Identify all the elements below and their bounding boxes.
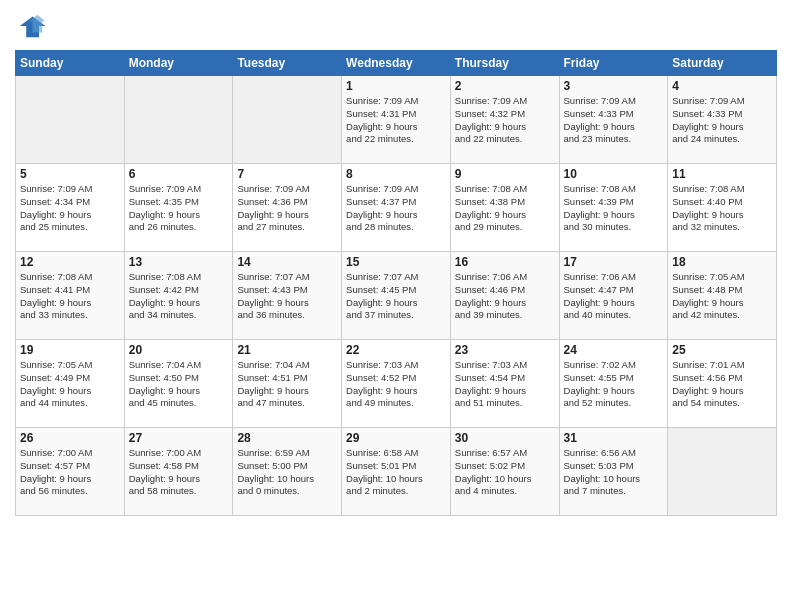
day-number: 24	[564, 343, 664, 357]
calendar-cell: 3Sunrise: 7:09 AM Sunset: 4:33 PM Daylig…	[559, 76, 668, 164]
cell-content: Sunrise: 7:09 AM Sunset: 4:37 PM Dayligh…	[346, 183, 446, 234]
calendar-cell: 30Sunrise: 6:57 AM Sunset: 5:02 PM Dayli…	[450, 428, 559, 516]
cell-content: Sunrise: 7:02 AM Sunset: 4:55 PM Dayligh…	[564, 359, 664, 410]
calendar-week-row: 19Sunrise: 7:05 AM Sunset: 4:49 PM Dayli…	[16, 340, 777, 428]
cell-content: Sunrise: 7:04 AM Sunset: 4:50 PM Dayligh…	[129, 359, 229, 410]
day-number: 21	[237, 343, 337, 357]
day-number: 17	[564, 255, 664, 269]
calendar-cell: 25Sunrise: 7:01 AM Sunset: 4:56 PM Dayli…	[668, 340, 777, 428]
cell-content: Sunrise: 7:09 AM Sunset: 4:33 PM Dayligh…	[564, 95, 664, 146]
day-number: 26	[20, 431, 120, 445]
weekday-header: Thursday	[450, 51, 559, 76]
cell-content: Sunrise: 7:05 AM Sunset: 4:49 PM Dayligh…	[20, 359, 120, 410]
calendar: SundayMondayTuesdayWednesdayThursdayFrid…	[15, 50, 777, 516]
calendar-cell: 7Sunrise: 7:09 AM Sunset: 4:36 PM Daylig…	[233, 164, 342, 252]
cell-content: Sunrise: 7:09 AM Sunset: 4:31 PM Dayligh…	[346, 95, 446, 146]
calendar-cell: 31Sunrise: 6:56 AM Sunset: 5:03 PM Dayli…	[559, 428, 668, 516]
day-number: 19	[20, 343, 120, 357]
calendar-cell: 24Sunrise: 7:02 AM Sunset: 4:55 PM Dayli…	[559, 340, 668, 428]
calendar-cell: 1Sunrise: 7:09 AM Sunset: 4:31 PM Daylig…	[342, 76, 451, 164]
cell-content: Sunrise: 7:09 AM Sunset: 4:35 PM Dayligh…	[129, 183, 229, 234]
cell-content: Sunrise: 7:06 AM Sunset: 4:47 PM Dayligh…	[564, 271, 664, 322]
day-number: 20	[129, 343, 229, 357]
day-number: 29	[346, 431, 446, 445]
calendar-cell: 13Sunrise: 7:08 AM Sunset: 4:42 PM Dayli…	[124, 252, 233, 340]
cell-content: Sunrise: 7:00 AM Sunset: 4:58 PM Dayligh…	[129, 447, 229, 498]
calendar-cell: 6Sunrise: 7:09 AM Sunset: 4:35 PM Daylig…	[124, 164, 233, 252]
calendar-cell: 21Sunrise: 7:04 AM Sunset: 4:51 PM Dayli…	[233, 340, 342, 428]
day-number: 4	[672, 79, 772, 93]
weekday-header: Monday	[124, 51, 233, 76]
day-number: 15	[346, 255, 446, 269]
cell-content: Sunrise: 7:08 AM Sunset: 4:42 PM Dayligh…	[129, 271, 229, 322]
calendar-cell: 23Sunrise: 7:03 AM Sunset: 4:54 PM Dayli…	[450, 340, 559, 428]
cell-content: Sunrise: 7:08 AM Sunset: 4:41 PM Dayligh…	[20, 271, 120, 322]
calendar-cell	[668, 428, 777, 516]
day-number: 14	[237, 255, 337, 269]
day-number: 11	[672, 167, 772, 181]
calendar-cell	[233, 76, 342, 164]
calendar-week-row: 1Sunrise: 7:09 AM Sunset: 4:31 PM Daylig…	[16, 76, 777, 164]
calendar-cell	[16, 76, 125, 164]
cell-content: Sunrise: 7:04 AM Sunset: 4:51 PM Dayligh…	[237, 359, 337, 410]
day-number: 5	[20, 167, 120, 181]
cell-content: Sunrise: 6:56 AM Sunset: 5:03 PM Dayligh…	[564, 447, 664, 498]
day-number: 28	[237, 431, 337, 445]
weekday-header: Tuesday	[233, 51, 342, 76]
cell-content: Sunrise: 7:01 AM Sunset: 4:56 PM Dayligh…	[672, 359, 772, 410]
calendar-cell: 22Sunrise: 7:03 AM Sunset: 4:52 PM Dayli…	[342, 340, 451, 428]
calendar-cell: 10Sunrise: 7:08 AM Sunset: 4:39 PM Dayli…	[559, 164, 668, 252]
cell-content: Sunrise: 7:00 AM Sunset: 4:57 PM Dayligh…	[20, 447, 120, 498]
day-number: 3	[564, 79, 664, 93]
calendar-cell: 28Sunrise: 6:59 AM Sunset: 5:00 PM Dayli…	[233, 428, 342, 516]
day-number: 25	[672, 343, 772, 357]
weekday-header: Friday	[559, 51, 668, 76]
day-number: 8	[346, 167, 446, 181]
calendar-cell: 9Sunrise: 7:08 AM Sunset: 4:38 PM Daylig…	[450, 164, 559, 252]
day-number: 31	[564, 431, 664, 445]
cell-content: Sunrise: 7:09 AM Sunset: 4:32 PM Dayligh…	[455, 95, 555, 146]
day-number: 27	[129, 431, 229, 445]
day-number: 16	[455, 255, 555, 269]
calendar-cell: 16Sunrise: 7:06 AM Sunset: 4:46 PM Dayli…	[450, 252, 559, 340]
day-number: 1	[346, 79, 446, 93]
cell-content: Sunrise: 7:09 AM Sunset: 4:34 PM Dayligh…	[20, 183, 120, 234]
cell-content: Sunrise: 6:59 AM Sunset: 5:00 PM Dayligh…	[237, 447, 337, 498]
day-number: 2	[455, 79, 555, 93]
calendar-cell: 5Sunrise: 7:09 AM Sunset: 4:34 PM Daylig…	[16, 164, 125, 252]
cell-content: Sunrise: 7:08 AM Sunset: 4:38 PM Dayligh…	[455, 183, 555, 234]
day-number: 13	[129, 255, 229, 269]
day-number: 10	[564, 167, 664, 181]
calendar-cell: 29Sunrise: 6:58 AM Sunset: 5:01 PM Dayli…	[342, 428, 451, 516]
cell-content: Sunrise: 6:57 AM Sunset: 5:02 PM Dayligh…	[455, 447, 555, 498]
day-number: 7	[237, 167, 337, 181]
day-number: 6	[129, 167, 229, 181]
calendar-cell: 20Sunrise: 7:04 AM Sunset: 4:50 PM Dayli…	[124, 340, 233, 428]
logo	[15, 10, 51, 42]
day-number: 9	[455, 167, 555, 181]
calendar-cell: 26Sunrise: 7:00 AM Sunset: 4:57 PM Dayli…	[16, 428, 125, 516]
calendar-cell: 19Sunrise: 7:05 AM Sunset: 4:49 PM Dayli…	[16, 340, 125, 428]
calendar-cell: 4Sunrise: 7:09 AM Sunset: 4:33 PM Daylig…	[668, 76, 777, 164]
calendar-week-row: 26Sunrise: 7:00 AM Sunset: 4:57 PM Dayli…	[16, 428, 777, 516]
logo-icon	[15, 10, 47, 42]
cell-content: Sunrise: 7:09 AM Sunset: 4:33 PM Dayligh…	[672, 95, 772, 146]
calendar-cell: 2Sunrise: 7:09 AM Sunset: 4:32 PM Daylig…	[450, 76, 559, 164]
cell-content: Sunrise: 7:08 AM Sunset: 4:39 PM Dayligh…	[564, 183, 664, 234]
cell-content: Sunrise: 7:06 AM Sunset: 4:46 PM Dayligh…	[455, 271, 555, 322]
calendar-cell: 12Sunrise: 7:08 AM Sunset: 4:41 PM Dayli…	[16, 252, 125, 340]
calendar-week-row: 5Sunrise: 7:09 AM Sunset: 4:34 PM Daylig…	[16, 164, 777, 252]
weekday-header: Saturday	[668, 51, 777, 76]
day-number: 18	[672, 255, 772, 269]
calendar-cell: 15Sunrise: 7:07 AM Sunset: 4:45 PM Dayli…	[342, 252, 451, 340]
cell-content: Sunrise: 7:07 AM Sunset: 4:45 PM Dayligh…	[346, 271, 446, 322]
calendar-cell: 27Sunrise: 7:00 AM Sunset: 4:58 PM Dayli…	[124, 428, 233, 516]
calendar-cell: 8Sunrise: 7:09 AM Sunset: 4:37 PM Daylig…	[342, 164, 451, 252]
day-number: 12	[20, 255, 120, 269]
cell-content: Sunrise: 7:07 AM Sunset: 4:43 PM Dayligh…	[237, 271, 337, 322]
calendar-cell: 14Sunrise: 7:07 AM Sunset: 4:43 PM Dayli…	[233, 252, 342, 340]
calendar-cell: 17Sunrise: 7:06 AM Sunset: 4:47 PM Dayli…	[559, 252, 668, 340]
calendar-cell	[124, 76, 233, 164]
day-number: 22	[346, 343, 446, 357]
weekday-header: Sunday	[16, 51, 125, 76]
